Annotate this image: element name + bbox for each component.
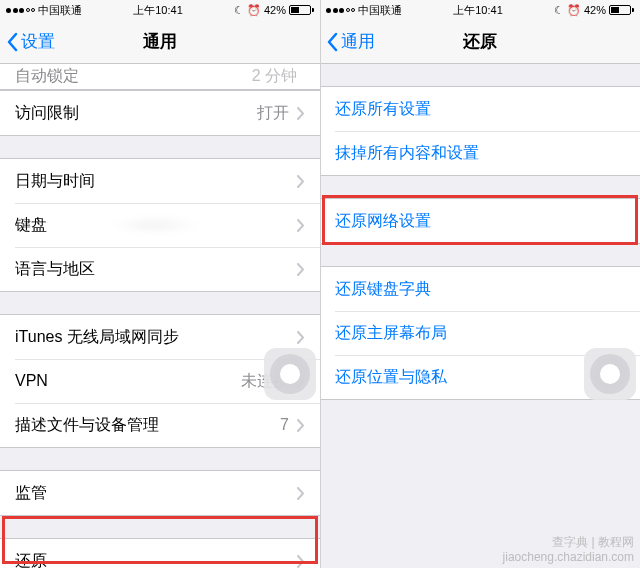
- row-label: 访问限制: [15, 103, 257, 124]
- row-label: 监管: [15, 483, 297, 504]
- battery-percent: 42%: [264, 4, 286, 16]
- back-label: 通用: [341, 30, 375, 53]
- row-date-time[interactable]: 日期与时间: [0, 159, 320, 203]
- carrier-label: 中国联通: [358, 3, 402, 18]
- chevron-right-icon: [297, 331, 305, 344]
- chevron-right-icon: [297, 555, 305, 568]
- row-value: 打开: [257, 103, 289, 124]
- battery-icon: [609, 5, 634, 15]
- row-reset-all-settings[interactable]: 还原所有设置: [320, 87, 640, 131]
- alarm-icon: ⏰: [247, 4, 261, 17]
- row-label: 还原网络设置: [335, 211, 625, 232]
- row-keyboard[interactable]: 键盘: [0, 203, 320, 247]
- row-label: 还原所有设置: [335, 99, 625, 120]
- row-label: 还原主屏幕布局: [335, 323, 625, 344]
- chevron-left-icon: [326, 32, 338, 52]
- row-label: VPN: [15, 372, 241, 390]
- row-label: 语言与地区: [15, 259, 297, 280]
- watermark-line2: jiaocheng.chazidian.com: [503, 550, 634, 564]
- row-language-region[interactable]: 语言与地区: [0, 247, 320, 291]
- alarm-icon: ⏰: [567, 4, 581, 17]
- battery-icon: [289, 5, 314, 15]
- row-profiles[interactable]: 描述文件与设备管理 7: [0, 403, 320, 447]
- carrier-label: 中国联通: [38, 3, 82, 18]
- row-label: 还原位置与隐私: [335, 367, 625, 388]
- status-bar: 中国联通 上午10:41 ☾ ⏰ 42%: [320, 0, 640, 20]
- battery-percent: 42%: [584, 4, 606, 16]
- row-value: 2 分钟: [252, 66, 297, 87]
- row-label: 描述文件与设备管理: [15, 415, 280, 436]
- status-time: 上午10:41: [133, 3, 183, 18]
- settings-list[interactable]: 自动锁定 2 分钟 访问限制 打开 日期与时间 键盘 语言与地区: [0, 64, 320, 568]
- vertical-divider: [320, 0, 321, 568]
- row-label: 自动锁定: [15, 66, 252, 87]
- smudge: [110, 216, 200, 234]
- phone-general: 中国联通 上午10:41 ☾ ⏰ 42% 设置 通用 自动锁定 2 分钟 访问限…: [0, 0, 320, 568]
- row-restrictions[interactable]: 访问限制 打开: [0, 91, 320, 135]
- back-button[interactable]: 设置: [0, 30, 55, 53]
- assistive-touch-button[interactable]: [584, 348, 636, 400]
- row-reset[interactable]: 还原: [0, 539, 320, 568]
- status-time: 上午10:41: [453, 3, 503, 18]
- watermark-line1: 查字典 | 教程网: [503, 535, 634, 549]
- dnd-icon: ☾: [554, 4, 564, 17]
- row-label: 还原键盘字典: [335, 279, 625, 300]
- row-label: 还原: [15, 551, 297, 569]
- row-label: 日期与时间: [15, 171, 297, 192]
- chevron-right-icon: [297, 175, 305, 188]
- nav-bar: 设置 通用: [0, 20, 320, 64]
- nav-bar: 通用 还原: [320, 20, 640, 64]
- chevron-right-icon: [297, 107, 305, 120]
- row-erase-all[interactable]: 抹掉所有内容和设置: [320, 131, 640, 175]
- back-button[interactable]: 通用: [320, 30, 375, 53]
- row-auto-lock[interactable]: 自动锁定 2 分钟: [0, 64, 320, 90]
- chevron-right-icon: [297, 419, 305, 432]
- chevron-right-icon: [297, 487, 305, 500]
- row-reset-network[interactable]: 还原网络设置: [320, 199, 640, 243]
- assistive-touch-button[interactable]: [264, 348, 316, 400]
- row-label: iTunes 无线局域网同步: [15, 327, 297, 348]
- chevron-right-icon: [297, 219, 305, 232]
- row-value: 7: [280, 416, 289, 434]
- watermark: 查字典 | 教程网 jiaocheng.chazidian.com: [503, 535, 634, 564]
- phone-reset: 中国联通 上午10:41 ☾ ⏰ 42% 通用 还原 还原所有设置 抹掉所有内容…: [320, 0, 640, 568]
- chevron-left-icon: [6, 32, 18, 52]
- status-bar: 中国联通 上午10:41 ☾ ⏰ 42%: [0, 0, 320, 20]
- row-reset-keyboard-dict[interactable]: 还原键盘字典: [320, 267, 640, 311]
- back-label: 设置: [21, 30, 55, 53]
- signal-dots-icon: [6, 8, 35, 13]
- row-label: 抹掉所有内容和设置: [335, 143, 625, 164]
- signal-dots-icon: [326, 8, 355, 13]
- chevron-right-icon: [297, 263, 305, 276]
- dnd-icon: ☾: [234, 4, 244, 17]
- row-supervision[interactable]: 监管: [0, 471, 320, 515]
